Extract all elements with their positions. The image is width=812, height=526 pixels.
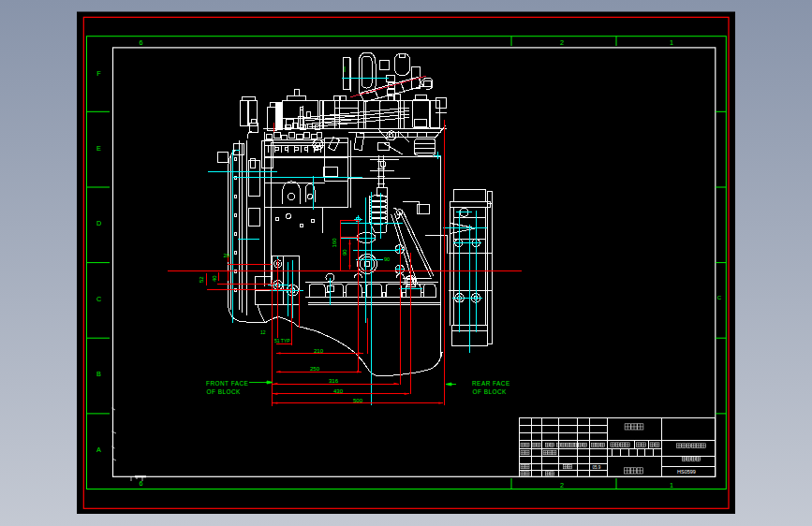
svg-text:OF BLOCK: OF BLOCK — [207, 388, 242, 395]
svg-text:51 TYP: 51 TYP — [274, 338, 290, 343]
svg-text:500: 500 — [353, 398, 363, 403]
svg-text:160: 160 — [332, 238, 337, 248]
svg-text:6: 6 — [140, 38, 143, 47]
svg-text:E: E — [96, 144, 101, 153]
svg-text:210: 210 — [314, 348, 324, 354]
svg-text:90: 90 — [342, 249, 347, 256]
svg-text:F: F — [96, 69, 101, 78]
svg-text:05.9: 05.9 — [593, 465, 601, 470]
svg-text:FRONT FACE: FRONT FACE — [206, 380, 248, 387]
svg-text:250: 250 — [310, 366, 320, 372]
svg-text:B: B — [96, 370, 101, 378]
svg-text:1: 1 — [670, 481, 673, 489]
svg-text:12: 12 — [260, 329, 266, 335]
svg-text:52: 52 — [199, 276, 204, 283]
svg-text:2: 2 — [560, 38, 564, 47]
svg-text:2: 2 — [560, 481, 564, 489]
svg-text:C: C — [96, 295, 101, 303]
svg-text:316: 316 — [329, 378, 339, 384]
svg-text:1: 1 — [670, 38, 673, 47]
svg-text:HS0599: HS0599 — [677, 469, 696, 475]
svg-text:C: C — [717, 295, 722, 300]
svg-text:OF BLOCK: OF BLOCK — [473, 388, 508, 395]
svg-text:40: 40 — [212, 275, 217, 282]
svg-text:D: D — [96, 219, 101, 227]
svg-text:430: 430 — [333, 388, 344, 394]
svg-text:20: 20 — [224, 253, 230, 258]
svg-text:A: A — [96, 446, 101, 454]
svg-text:90: 90 — [384, 256, 390, 262]
svg-text:REAR FACE: REAR FACE — [472, 380, 510, 387]
